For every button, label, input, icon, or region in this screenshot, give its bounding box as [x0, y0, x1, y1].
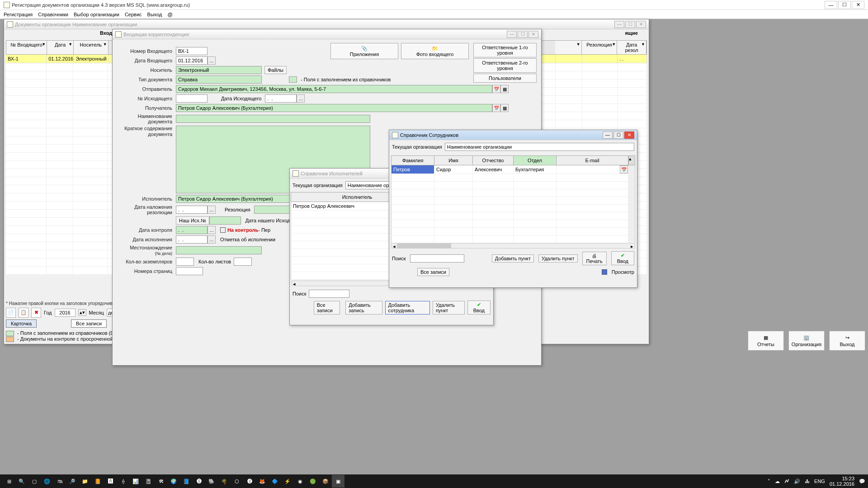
- app-minimize[interactable]: —: [825, 1, 837, 9]
- in-sheets[interactable]: [234, 258, 252, 266]
- tray-date[interactable]: 01.12.2016: [830, 481, 854, 487]
- in-ournum[interactable]: [209, 216, 241, 225]
- in-number[interactable]: [176, 47, 208, 55]
- year-input[interactable]: [55, 309, 75, 317]
- emp-hscroll-thumb[interactable]: [397, 244, 451, 248]
- btn-exec-ok[interactable]: ✔Ввод: [467, 300, 491, 314]
- xdk-icon[interactable]: 🔷: [269, 475, 281, 488]
- in-ctrldate[interactable]: [176, 226, 208, 234]
- in-outdate[interactable]: [265, 94, 297, 103]
- btn-emp-del[interactable]: Удалить пункт: [538, 254, 578, 263]
- btn-attachments[interactable]: 📎Приложения: [330, 43, 398, 59]
- chk-control[interactable]: [220, 227, 226, 233]
- tray-volume-icon[interactable]: 🔊: [794, 479, 800, 484]
- menu-exit[interactable]: Выход: [147, 12, 162, 17]
- app19-icon[interactable]: ⬡: [231, 475, 243, 488]
- col-email[interactable]: E-mail: [557, 156, 628, 165]
- access-icon[interactable]: 🅰: [104, 475, 117, 488]
- tray-battery-icon[interactable]: 🗲: [784, 479, 789, 484]
- exec-scroll-left[interactable]: ◂: [292, 281, 297, 286]
- menu-orgselect[interactable]: Выбор организации: [74, 12, 119, 17]
- btn-ournum[interactable]: Наш Исх.№: [176, 216, 209, 225]
- app26-icon[interactable]: 📦: [319, 475, 332, 488]
- emp-vscroll-up[interactable]: ▴: [628, 156, 635, 165]
- execdate-picker[interactable]: …: [208, 235, 216, 244]
- col-name[interactable]: Имя: [434, 156, 473, 165]
- btn-allrecords[interactable]: Все записи: [71, 319, 107, 328]
- start-button[interactable]: ⊞: [3, 475, 15, 488]
- globe-icon[interactable]: 🌍: [167, 475, 180, 488]
- journal-max[interactable]: ☐: [625, 21, 635, 28]
- emp-hscroll-left[interactable]: ◂: [392, 244, 397, 248]
- btn-exec-addemp[interactable]: Добавить сотрудника: [385, 301, 430, 314]
- btn-users[interactable]: Пользователи: [473, 74, 537, 83]
- col-carrier[interactable]: Носитель▼: [74, 41, 108, 54]
- app18-icon[interactable]: 🌴: [218, 475, 231, 488]
- in-outnum[interactable]: [176, 94, 208, 103]
- col-resdate[interactable]: Дата резол▼: [617, 41, 646, 54]
- journal-tab-out-partial[interactable]: ящие: [619, 29, 643, 37]
- menu-registration[interactable]: Регистрация: [4, 12, 33, 17]
- tray-cloud-icon[interactable]: ☁: [775, 479, 780, 484]
- journal-min[interactable]: —: [614, 21, 624, 28]
- card-titlebar[interactable]: Входящая корреспонденция — ☐ ✕: [113, 29, 541, 39]
- btn-emp-print[interactable]: 🖨Печать: [582, 252, 607, 265]
- in-resdate[interactable]: [176, 206, 208, 214]
- in-location[interactable]: [176, 246, 262, 254]
- btn-emp-ok[interactable]: ✔Ввод: [611, 251, 634, 265]
- app-close[interactable]: ✕: [852, 1, 864, 9]
- outdate-picker[interactable]: …: [297, 94, 305, 103]
- btn-exec-add[interactable]: Добавить запись: [345, 301, 382, 314]
- col-patronymic[interactable]: Отчество: [473, 156, 514, 165]
- tray-lang[interactable]: ENG: [814, 479, 825, 484]
- edge-icon[interactable]: 🌐: [41, 475, 53, 488]
- office-icon[interactable]: 📙: [91, 475, 104, 488]
- date-picker-btn[interactable]: …: [208, 56, 216, 65]
- in-docname[interactable]: [176, 115, 370, 123]
- vs-icon[interactable]: ⟠: [117, 475, 129, 488]
- card-close[interactable]: ✕: [528, 31, 538, 38]
- tool-icon[interactable]: 🛠: [155, 475, 167, 488]
- btn-exec-all[interactable]: Все записи: [314, 301, 340, 314]
- in-execdate[interactable]: [176, 235, 208, 244]
- chrome-icon[interactable]: ◉: [294, 475, 307, 488]
- taskview-icon[interactable]: ▢: [28, 475, 41, 488]
- executors-search[interactable]: [309, 290, 349, 298]
- chk-emp-view[interactable]: [602, 269, 607, 275]
- excel-icon[interactable]: 📊: [129, 475, 142, 488]
- emp-min[interactable]: —: [603, 131, 613, 139]
- card-min[interactable]: —: [507, 31, 517, 38]
- word-icon[interactable]: 📘: [180, 475, 193, 488]
- sender-btn2[interactable]: ▦: [500, 85, 509, 93]
- app25-icon[interactable]: 🟢: [307, 475, 319, 488]
- menu-dictionaries[interactable]: Справочники: [38, 12, 68, 17]
- btn-exec-del[interactable]: Удалить пункт: [433, 301, 465, 314]
- journal-titlebar[interactable]: Документы организации Наименование орган…: [4, 19, 649, 29]
- btn-emp-all[interactable]: Все записи: [417, 268, 449, 276]
- search-icon[interactable]: 🔍: [15, 475, 28, 488]
- in-copies[interactable]: [176, 258, 194, 266]
- tray-time[interactable]: 15:23: [830, 476, 854, 481]
- firefox-icon[interactable]: 🦊: [256, 475, 269, 488]
- col-date[interactable]: Дата▼: [47, 41, 74, 54]
- emp-row-edit[interactable]: 📅: [620, 165, 628, 174]
- btn-emp-add[interactable]: Добавить пункт: [492, 254, 534, 263]
- recipient-btn1[interactable]: 📅: [492, 104, 500, 112]
- in-pages[interactable]: [176, 267, 203, 275]
- btn-files[interactable]: Файлы: [264, 66, 287, 74]
- app17-icon[interactable]: 🐘: [205, 475, 218, 488]
- journal-delete-btn[interactable]: ✖: [31, 308, 41, 318]
- btn-organization[interactable]: 🏢Организация: [788, 331, 825, 351]
- ctrldate-picker[interactable]: …: [208, 226, 216, 234]
- emp-hscroll-right[interactable]: ▸: [629, 244, 635, 248]
- year-spinner[interactable]: ▴▾: [78, 309, 86, 316]
- btn-reports[interactable]: ▦Отчеты: [748, 331, 784, 351]
- opera-icon[interactable]: 🅞: [243, 475, 256, 488]
- emp-org[interactable]: [445, 143, 634, 151]
- app23-icon[interactable]: ⚡: [281, 475, 294, 488]
- employees-titlebar[interactable]: Справочник Сотрудников — ☐ ✕: [389, 130, 637, 140]
- sender-btn1[interactable]: 📅: [492, 85, 500, 93]
- col-incoming-num[interactable]: № Входящего▼: [6, 41, 47, 54]
- emp-close[interactable]: ✕: [624, 131, 634, 139]
- emp-search[interactable]: [410, 254, 464, 263]
